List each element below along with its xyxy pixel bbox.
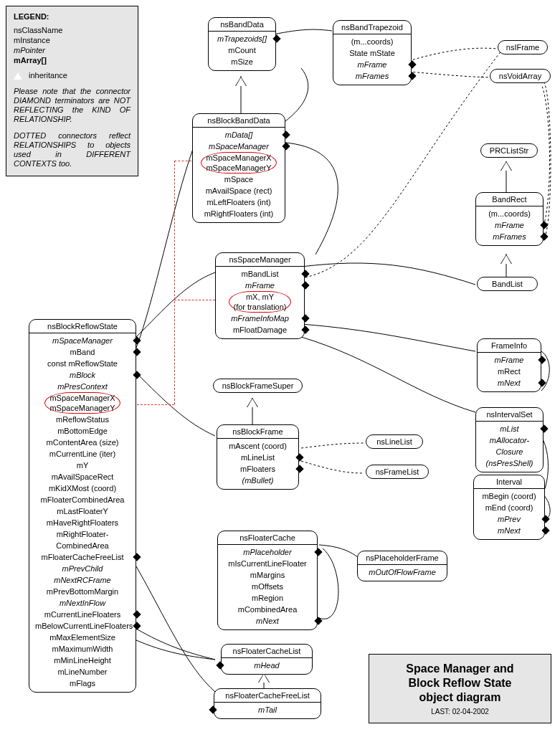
- attr-row: mAscent (coord): [223, 440, 293, 452]
- attr-row: mY: [35, 460, 130, 471]
- attr-row: mFrame: [483, 354, 535, 366]
- attr-row: mOutOfFlowFrame: [364, 566, 441, 578]
- attr-row: mMinLineHeight: [35, 655, 130, 666]
- attr-row: mMaxElementSize: [35, 632, 130, 643]
- attr-row: mReflowStatus: [35, 414, 130, 425]
- class-title: nsBlockFrameSuper: [214, 379, 302, 392]
- diamond-icon: [216, 661, 224, 669]
- red-dash-connector: [174, 161, 191, 161]
- attr-row: State mState: [339, 47, 405, 59]
- diamond-icon: [541, 526, 549, 534]
- title-last: LAST: 02-04-2002: [378, 708, 542, 716]
- attr-list: mFramemRectmNext: [478, 353, 541, 391]
- attr-row: mSpaceManager: [199, 141, 279, 152]
- class-title: nsLineList: [366, 435, 422, 448]
- diamond-icon: [314, 548, 322, 556]
- attr-row: mLineNumber: [35, 666, 130, 678]
- diamond-icon: [209, 705, 217, 713]
- attr-row: mPresContext: [35, 381, 130, 392]
- attr-row: mIsCurrentLineFloater: [224, 558, 311, 569]
- class-nsFloaterCacheFreeList: nsFloaterCacheFreeList mTail: [214, 688, 321, 719]
- diamond-icon: [133, 610, 141, 618]
- attr-row: mRegion: [224, 592, 311, 604]
- class-title: nsIFrame: [498, 41, 547, 54]
- diamond-icon: [538, 356, 546, 363]
- legend-array: mArray[]: [14, 55, 130, 65]
- diamond-icon: [540, 221, 548, 229]
- attr-row: mFrame: [482, 219, 537, 231]
- circled-highlight: mX, mY(for translation): [229, 291, 292, 313]
- class-nsFloaterCache: nsFloaterCache mPlaceholdermIsCurrentLin…: [217, 531, 318, 630]
- attr-row: mBelowCurrentLineFloaters: [35, 620, 130, 632]
- attr-row: mFlags: [35, 678, 130, 689]
- class-title: nsBandData: [209, 18, 275, 32]
- diamond-icon: [301, 270, 309, 277]
- diamond-icon: [295, 453, 303, 461]
- attr-row: (m...coords): [482, 208, 537, 219]
- class-title: BandList: [478, 277, 537, 290]
- attr-row: mEnd (coord): [480, 502, 538, 513]
- attr-list: mTail: [214, 703, 321, 718]
- class-title: nsFloaterCacheFreeList: [214, 689, 321, 703]
- class-title: nsVoidArray: [490, 70, 550, 82]
- attr-row: mRect: [483, 366, 535, 377]
- diamond-icon: [133, 622, 141, 629]
- inheritance-triangle-icon: [259, 674, 269, 683]
- diamond-icon: [133, 336, 141, 344]
- attr-row: mPrev: [480, 513, 538, 525]
- diamond-icon: [301, 325, 309, 333]
- class-title: FrameInfo: [478, 339, 541, 353]
- attr-list: mTrapezoids[]mCountmSize: [209, 32, 275, 70]
- diamond-icon: [282, 130, 290, 138]
- diamond-icon: [538, 379, 546, 386]
- attr-row: mOffsets: [224, 581, 311, 592]
- class-title: nsFloaterCache: [218, 531, 317, 545]
- class-BandList: BandList: [477, 277, 538, 291]
- attr-row: mBlock: [35, 369, 130, 381]
- title-line-2: Block Reflow State: [378, 676, 542, 690]
- attr-list: (m...coords)mFramemFrames: [476, 206, 543, 245]
- class-title: nsPlaceholderFrame: [358, 551, 447, 565]
- attr-row: mContentArea (size): [35, 437, 130, 448]
- class-nsBlockFrame: nsBlockFrame mAscent (coord)mLineListmFl…: [217, 424, 299, 490]
- class-title: nsSpaceManager: [216, 253, 304, 267]
- class-title: PRCListStr: [481, 144, 537, 157]
- diamond-icon: [301, 281, 309, 289]
- attr-list: mBegin (coord)mEnd (coord)mPrevmNext: [474, 489, 544, 539]
- attr-row: const mReflowState: [35, 358, 130, 369]
- attr-list: mAscent (coord)mLineListmFloaters(mBulle…: [217, 439, 298, 489]
- attr-row: mBand: [35, 346, 130, 358]
- attr-row: mRightFloaters (int): [199, 208, 279, 219]
- legend-classname: nsClassName: [14, 25, 130, 35]
- diamond-icon: [282, 142, 290, 150]
- inheritance-triangle-icon: [501, 255, 511, 264]
- attr-row: mHaveRightFloaters: [35, 517, 130, 528]
- attr-list: mData[]mSpaceManagermSpaceManagerXmSpace…: [193, 128, 285, 222]
- attr-list: mSpaceManagermBandconst mReflowStatemBlo…: [29, 333, 136, 692]
- legend-inheritance-row: inheritance: [14, 71, 130, 80]
- class-nsIntervalSet: nsIntervalSet mListmAllocator-Closure(ns…: [475, 407, 544, 472]
- attr-row: mFrames: [482, 231, 537, 242]
- red-dash-connector: [174, 300, 215, 300]
- diamond-icon: [133, 371, 141, 379]
- attr-row: mNextInFlow: [35, 597, 130, 609]
- attr-row: mNext: [480, 525, 538, 536]
- attr-row: mNextRCFrame: [35, 574, 130, 586]
- attr-row: mAvailSpace (rect): [199, 185, 279, 196]
- attr-row: mLineList: [223, 452, 293, 463]
- attr-row: mMargins: [224, 569, 311, 581]
- class-BandRect: BandRect (m...coords)mFramemFrames: [475, 192, 544, 246]
- attr-row: mPrevBottomMargin: [35, 586, 130, 597]
- class-title: nsBlockFrame: [217, 425, 298, 439]
- class-title: nsBlockReflowState: [29, 320, 136, 333]
- attr-row: mFrames: [339, 70, 405, 82]
- attr-row: mCurrentLineFloaters: [35, 609, 130, 620]
- class-title: Interval: [474, 475, 544, 489]
- attr-row: (m...coords): [339, 36, 405, 47]
- class-nsFloaterCacheList: nsFloaterCacheList mHead: [221, 644, 313, 675]
- class-PRCListStr: PRCListStr: [480, 143, 538, 158]
- diamond-icon: [295, 465, 303, 472]
- attr-row: mTail: [220, 704, 315, 716]
- class-title: nsBlockBandData: [193, 114, 285, 128]
- attr-row: mHead: [227, 660, 306, 671]
